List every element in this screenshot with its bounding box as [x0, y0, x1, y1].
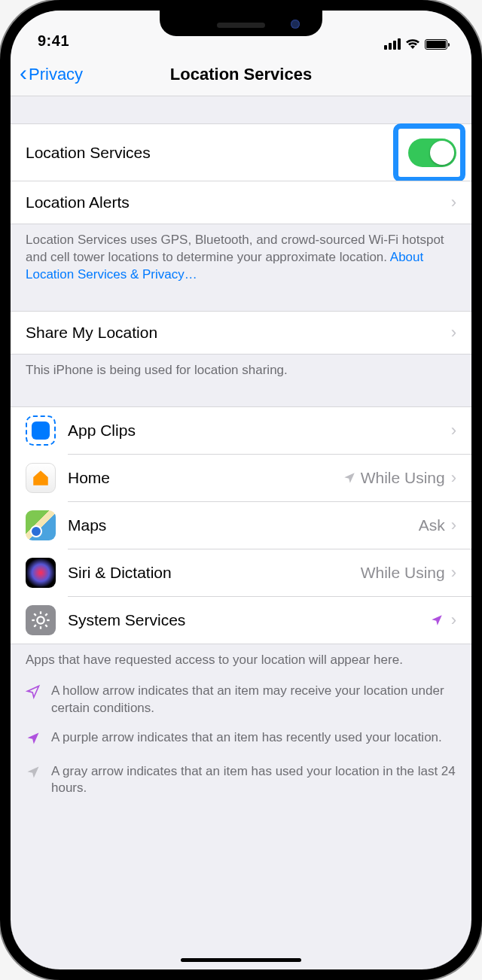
- cellular-signal-icon: [384, 38, 401, 50]
- maps-icon: [26, 510, 56, 540]
- section-location-services: Location Services Location Alerts ›: [11, 123, 471, 224]
- section-apps: App Clips › Home While Using › Maps: [11, 406, 471, 644]
- location-arrow-purple-icon: [26, 731, 41, 746]
- svg-line-8: [45, 613, 47, 616]
- legend-text: A purple arrow indicates that an item ha…: [51, 729, 442, 751]
- content: Location Services Location Alerts › Loca…: [11, 123, 471, 811]
- status-icons: [384, 38, 447, 50]
- chevron-right-icon: ›: [451, 468, 456, 488]
- legend-text: A gray arrow indicates that an item has …: [51, 763, 456, 798]
- page-title: Location Services: [170, 65, 312, 84]
- location-arrow-gray-icon: [26, 765, 41, 780]
- row-share-my-location[interactable]: Share My Location ›: [11, 311, 471, 355]
- home-indicator[interactable]: [181, 958, 301, 962]
- app-status: Ask: [419, 516, 445, 534]
- location-services-toggle[interactable]: [408, 138, 456, 167]
- legend-text: A hollow arrow indicates that an item ma…: [51, 683, 456, 717]
- section2-footer: This iPhone is being used for location s…: [11, 355, 471, 379]
- gear-icon: [26, 605, 56, 635]
- app-status: While Using: [361, 469, 445, 487]
- row-location-alerts[interactable]: Location Alerts ›: [11, 181, 471, 224]
- app-label: Home: [68, 469, 343, 487]
- toggle-knob: [430, 141, 454, 165]
- location-arrow-hollow-icon: [26, 684, 41, 699]
- chevron-right-icon: ›: [451, 323, 456, 342]
- svg-line-7: [34, 625, 36, 627]
- row-system-services[interactable]: System Services ›: [11, 597, 471, 644]
- location-arrow-icon: [430, 613, 444, 627]
- phone-frame: 9:41 ‹ Privacy Location Services: [0, 0, 482, 980]
- row-label: Location Alerts: [26, 193, 451, 212]
- siri-icon: [26, 558, 56, 588]
- row-home[interactable]: Home While Using ›: [11, 455, 471, 501]
- legend-gray: A gray arrow indicates that an item has …: [26, 757, 456, 804]
- section1-footer: Location Services uses GPS, Bluetooth, a…: [11, 224, 471, 284]
- notch: [160, 11, 322, 36]
- app-status: While Using: [361, 564, 445, 582]
- back-button[interactable]: ‹ Privacy: [20, 65, 83, 84]
- row-label: Share My Location: [26, 324, 451, 342]
- row-maps[interactable]: Maps Ask ›: [11, 502, 471, 549]
- app-label: Siri & Dictation: [68, 564, 361, 582]
- back-label: Privacy: [29, 65, 83, 84]
- row-location-services-toggle[interactable]: Location Services: [11, 123, 471, 181]
- screen: 9:41 ‹ Privacy Location Services: [11, 11, 471, 969]
- section-share-location: Share My Location ›: [11, 311, 471, 355]
- row-app-clips[interactable]: App Clips ›: [11, 407, 471, 454]
- app-label: System Services: [68, 611, 430, 629]
- app-clips-icon: [26, 415, 56, 446]
- svg-line-5: [34, 613, 36, 616]
- home-icon: [26, 463, 56, 493]
- row-siri-dictation[interactable]: Siri & Dictation While Using ›: [11, 549, 471, 596]
- legend-purple: A purple arrow indicates that an item ha…: [26, 723, 456, 757]
- app-label: Maps: [68, 516, 419, 534]
- chevron-right-icon: ›: [451, 421, 456, 440]
- svg-point-0: [37, 616, 44, 623]
- nav-bar: ‹ Privacy Location Services: [11, 53, 471, 96]
- legend: A hollow arrow indicates that an item ma…: [11, 669, 471, 811]
- wifi-icon: [405, 38, 420, 50]
- chevron-right-icon: ›: [451, 193, 456, 212]
- legend-hollow: A hollow arrow indicates that an item ma…: [26, 677, 456, 723]
- svg-line-6: [45, 625, 47, 627]
- chevron-right-icon: ›: [451, 610, 456, 630]
- location-arrow-icon: [343, 471, 356, 485]
- row-label: Location Services: [26, 144, 408, 162]
- app-label: App Clips: [68, 422, 451, 440]
- chevron-right-icon: ›: [451, 516, 456, 535]
- battery-icon: [425, 39, 447, 50]
- chevron-left-icon: ‹: [20, 62, 27, 84]
- chevron-right-icon: ›: [451, 563, 456, 583]
- apps-footer: Apps that have requested access to your …: [11, 644, 471, 669]
- status-time: 9:41: [38, 32, 69, 50]
